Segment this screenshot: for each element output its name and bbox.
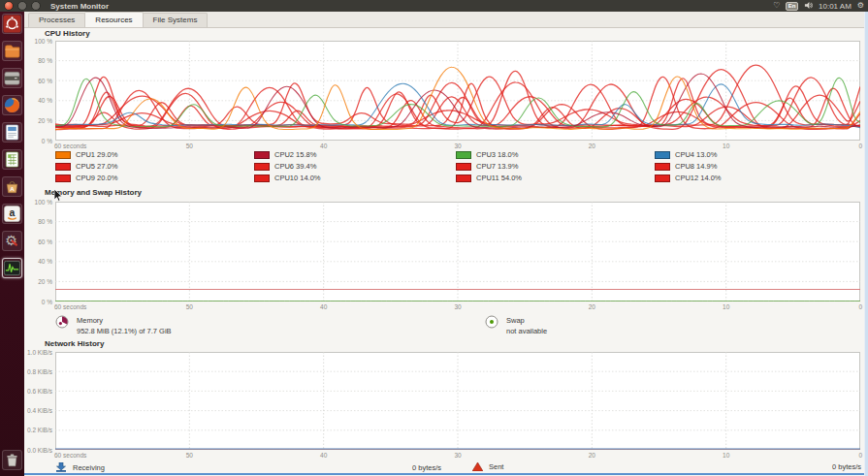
svg-text:A: A: [10, 185, 15, 192]
window-minimize-button[interactable]: [17, 1, 27, 11]
net-x-tick: 10: [712, 452, 741, 459]
net-x-tick: 20: [577, 452, 606, 459]
cpu-color-swatch[interactable]: [55, 163, 71, 171]
launcher-item-libreoffice-writer[interactable]: [2, 122, 22, 143]
cpu-legend-text: CPU5 27.0%: [76, 162, 117, 171]
receiving-rate: 0 bytes/s: [412, 463, 441, 472]
cpu-legend-item-cpu10: CPU10 14.0%: [254, 174, 321, 182]
cpu-x-tick: 60 seconds: [54, 143, 86, 149]
swap-label: Swap: [506, 315, 547, 326]
cpu-x-tick: 10: [712, 143, 741, 149]
mem-x-tick: 10: [712, 303, 741, 310]
tab-file-systems[interactable]: File Systems: [143, 13, 209, 27]
receiving-label: Receiving: [73, 463, 105, 472]
window-title: System Monitor: [50, 2, 109, 11]
mem-x-tick: 60 seconds: [54, 303, 86, 310]
cpu-x-tick: 30: [443, 143, 472, 149]
cpu-legend-item-cpu8: CPU8 14.9%: [655, 162, 717, 171]
launcher-item-system-settings[interactable]: ⚙: [2, 231, 22, 251]
cpu-legend-text: CPU6 39.4%: [274, 162, 316, 171]
mem-x-tick: 0: [839, 303, 862, 310]
cpu-color-swatch[interactable]: [55, 175, 71, 182]
cpu-x-tick: 0: [839, 143, 862, 149]
sent-label: Sent: [489, 462, 503, 471]
memory-value: 952.8 MiB (12.1%) of 7.7 GiB: [77, 326, 172, 336]
launcher-item-libreoffice-calc[interactable]: [2, 149, 22, 170]
cpu-legend-item-cpu5: CPU5 27.0%: [55, 162, 117, 171]
sync-heart-indicator-icon[interactable]: ♡: [773, 1, 780, 11]
cpu-legend-text: CPU7 13.9%: [476, 162, 518, 171]
cpu-color-swatch[interactable]: [655, 151, 670, 159]
window-bottom-accent: [24, 473, 864, 475]
desktop: System Monitor ♡ En 10:01 AM ⚙ Aa⚙ Proce…: [0, 0, 868, 476]
launcher-item-dash-home[interactable]: [2, 14, 22, 34]
launcher-item-disk-drive[interactable]: [2, 68, 22, 88]
swap-legend: Swap not available: [485, 315, 547, 336]
keyboard-layout-indicator[interactable]: En: [786, 2, 798, 11]
indicator-area: ♡ En 10:01 AM ⚙: [773, 0, 864, 12]
cpu-color-swatch[interactable]: [456, 175, 471, 182]
cpu-legend-text: CPU9 20.0%: [76, 174, 117, 182]
cpu-legend-item-cpu6: CPU6 39.4%: [254, 162, 316, 171]
memory-legend: Memory 952.8 MiB (12.1%) of 7.7 GiB: [55, 315, 172, 336]
cpu-legend-item-cpu11: CPU11 54.0%: [456, 174, 522, 182]
tab-bar: Processes Resources File Systems: [24, 12, 868, 28]
cpu-x-tick: 20: [577, 143, 606, 149]
cpu-x-tick: 40: [309, 143, 338, 149]
cpu-legend-item-cpu4: CPU4 13.0%: [655, 150, 717, 159]
cpu-color-swatch[interactable]: [254, 175, 270, 182]
tab-resources[interactable]: Resources: [84, 12, 143, 27]
session-gear-icon[interactable]: ⚙: [857, 1, 864, 11]
cpu-legend-text: CPU2 15.8%: [274, 150, 316, 159]
overlay-scrollbar[interactable]: [864, 12, 868, 476]
cpu-color-swatch[interactable]: [456, 163, 471, 171]
clock[interactable]: 10:01 AM: [819, 2, 852, 11]
cpu-legend-text: CPU12 14.0%: [675, 174, 722, 182]
launcher-item-amazon[interactable]: a: [2, 204, 22, 224]
cpu-legend-text: CPU11 54.0%: [476, 174, 522, 182]
window-maximize-button[interactable]: [31, 1, 41, 11]
cpu-legend-item-cpu12: CPU12 14.0%: [655, 174, 722, 182]
sent-arrow-icon: [472, 462, 483, 471]
tab-processes[interactable]: Processes: [28, 13, 85, 27]
mem-x-tick: 40: [309, 303, 338, 310]
memory-label: Memory: [77, 315, 172, 326]
sent-legend: Sent 0 bytes/s: [472, 462, 861, 471]
cpu-legend-text: CPU4 13.0%: [675, 150, 717, 159]
cpu-color-swatch[interactable]: [655, 163, 670, 171]
cpu-color-swatch[interactable]: [655, 175, 670, 182]
unity-launcher: Aa⚙: [0, 12, 24, 476]
window-close-button[interactable]: [4, 1, 14, 11]
launcher-item-files[interactable]: [2, 41, 22, 61]
cpu-color-swatch[interactable]: [254, 163, 270, 171]
net-x-tick: 50: [175, 452, 204, 459]
receiving-arrow-icon: [55, 462, 67, 472]
launcher-item-system-monitor[interactable]: [2, 258, 22, 278]
cpu-color-swatch[interactable]: [254, 151, 270, 159]
volume-icon[interactable]: [804, 1, 813, 12]
mouse-cursor: [54, 189, 63, 202]
mem-x-tick: 20: [577, 303, 606, 310]
cpu-color-swatch[interactable]: [456, 151, 471, 159]
receiving-legend: Receiving 0 bytes/s: [55, 462, 441, 472]
launcher-item-software-center[interactable]: A: [2, 176, 22, 197]
cpu-legend-item-cpu2: CPU2 15.8%: [254, 150, 316, 159]
memory-pie-icon[interactable]: [55, 315, 69, 329]
memory-swap-history-chart: [55, 202, 860, 301]
network-history-title: Network History: [45, 339, 104, 348]
launcher-item-firefox[interactable]: [2, 95, 22, 115]
cpu-legend-text: CPU8 14.9%: [675, 162, 717, 171]
mem-x-tick: 30: [443, 303, 472, 310]
net-x-tick: 60 seconds: [54, 452, 86, 459]
cpu-x-tick: 50: [175, 143, 204, 149]
swap-value: not available: [506, 326, 547, 336]
top-panel: System Monitor ♡ En 10:01 AM ⚙: [0, 0, 868, 12]
cpu-legend-item-cpu9: CPU9 20.0%: [55, 174, 117, 182]
cpu-legend-item-cpu3: CPU3 18.0%: [456, 150, 518, 159]
cpu-color-swatch[interactable]: [55, 151, 71, 159]
launcher-item-trash[interactable]: [2, 450, 22, 470]
cpu-legend-text: CPU3 18.0%: [476, 150, 518, 159]
mem-x-tick: 50: [175, 303, 204, 310]
swap-pie-icon[interactable]: [485, 315, 498, 329]
cpu-legend-item-cpu7: CPU7 13.9%: [456, 162, 518, 171]
